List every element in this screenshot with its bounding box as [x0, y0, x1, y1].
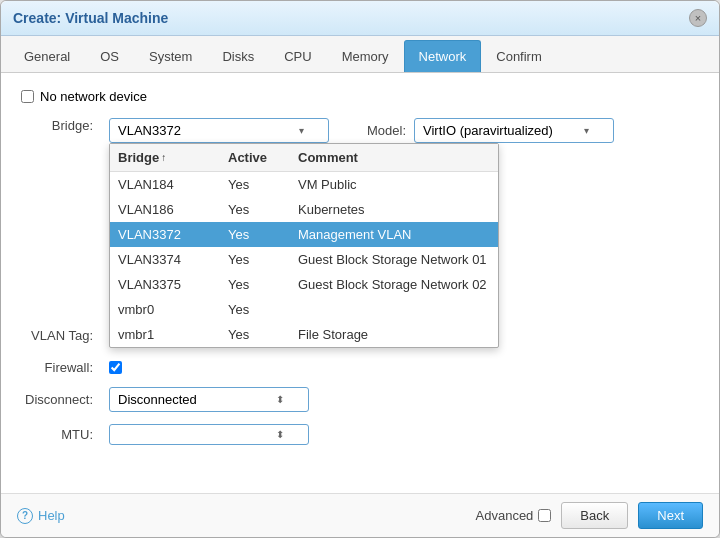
model-selected-value: VirtIO (paravirtualized) [423, 123, 553, 138]
row-comment-4: Guest Block Storage Network 02 [298, 277, 490, 292]
tab-network[interactable]: Network [404, 40, 482, 72]
dropdown-row-0[interactable]: VLAN184 Yes VM Public [110, 172, 498, 197]
no-network-checkbox[interactable] [21, 90, 34, 103]
bridge-row: Bridge: VLAN3372 ▾ Bridge ↑ [21, 118, 699, 143]
dropdown-row-3[interactable]: VLAN3374 Yes Guest Block Storage Network… [110, 247, 498, 272]
row-active-6: Yes [228, 327, 298, 342]
bridge-selected-value: VLAN3372 [118, 123, 181, 138]
advanced-label: Advanced [476, 508, 552, 523]
disconnect-label: Disconnect: [21, 392, 101, 407]
firewall-row: Firewall: [21, 360, 699, 375]
bridge-dropdown-arrow: ▾ [299, 125, 304, 136]
row-comment-3: Guest Block Storage Network 01 [298, 252, 490, 267]
dropdown-row-1[interactable]: VLAN186 Yes Kubernetes [110, 197, 498, 222]
row-active-4: Yes [228, 277, 298, 292]
tab-confirm[interactable]: Confirm [481, 40, 557, 72]
firewall-checkbox[interactable] [109, 361, 122, 374]
row-comment-1: Kubernetes [298, 202, 490, 217]
row-active-3: Yes [228, 252, 298, 267]
dropdown-row-5[interactable]: vmbr0 Yes [110, 297, 498, 322]
model-label: Model: [367, 123, 406, 138]
help-button[interactable]: ? Help [17, 508, 65, 524]
mtu-select[interactable]: ⬍ [109, 424, 309, 445]
row-bridge-3: VLAN3374 [118, 252, 228, 267]
dropdown-row-4[interactable]: VLAN3375 Yes Guest Block Storage Network… [110, 272, 498, 297]
dropdown-row-2[interactable]: VLAN3372 Yes Management VLAN [110, 222, 498, 247]
row-bridge-4: VLAN3375 [118, 277, 228, 292]
dialog-footer: ? Help Advanced Back Next [1, 493, 719, 537]
footer-right: Advanced Back Next [476, 502, 703, 529]
help-label: Help [38, 508, 65, 523]
row-comment-5 [298, 302, 490, 317]
row-active-5: Yes [228, 302, 298, 317]
model-select-wrapper: VirtIO (paravirtualized) ▾ [414, 118, 614, 143]
row-bridge-1: VLAN186 [118, 202, 228, 217]
model-row: Model: VirtIO (paravirtualized) ▾ [357, 118, 614, 143]
row-comment-6: File Storage [298, 327, 490, 342]
disconnect-value: Disconnected [118, 392, 197, 407]
tab-disks[interactable]: Disks [207, 40, 269, 72]
disconnect-row: Disconnect: Disconnected ⬍ [21, 387, 699, 412]
form-content: No network device Bridge: VLAN3372 ▾ Bri… [1, 73, 719, 493]
bridge-label: Bridge: [21, 118, 101, 133]
dialog-header: Create: Virtual Machine × [1, 1, 719, 36]
dropdown-header: Bridge ↑ Active Comment [110, 144, 498, 172]
advanced-checkbox[interactable] [538, 509, 551, 522]
col-bridge-header: Bridge ↑ [118, 150, 228, 165]
row-bridge-6: vmbr1 [118, 327, 228, 342]
tab-memory[interactable]: Memory [327, 40, 404, 72]
disconnect-select[interactable]: Disconnected ⬍ [109, 387, 309, 412]
bridge-select-wrapper: VLAN3372 ▾ Bridge ↑ Active Comment [109, 118, 329, 143]
model-dropdown-arrow: ▾ [584, 125, 589, 136]
tab-system[interactable]: System [134, 40, 207, 72]
col-active-header: Active [228, 150, 298, 165]
tab-bar: General OS System Disks CPU Memory Netwo… [1, 36, 719, 73]
mtu-row: MTU: ⬍ [21, 424, 699, 445]
sort-arrow: ↑ [161, 152, 166, 163]
row-active-2: Yes [228, 227, 298, 242]
row-bridge-2: VLAN3372 [118, 227, 228, 242]
row-bridge-5: vmbr0 [118, 302, 228, 317]
firewall-label: Firewall: [21, 360, 101, 375]
bridge-select[interactable]: VLAN3372 ▾ [109, 118, 329, 143]
back-button[interactable]: Back [561, 502, 628, 529]
bridge-dropdown: Bridge ↑ Active Comment VLAN184 Yes VM P… [109, 143, 499, 348]
tab-general[interactable]: General [9, 40, 85, 72]
dialog-title: Create: Virtual Machine [13, 10, 168, 26]
help-icon: ? [17, 508, 33, 524]
dropdown-row-6[interactable]: vmbr1 Yes File Storage [110, 322, 498, 347]
col-comment-header: Comment [298, 150, 490, 165]
no-network-label: No network device [40, 89, 147, 104]
row-comment-2: Management VLAN [298, 227, 490, 242]
tab-os[interactable]: OS [85, 40, 134, 72]
create-vm-dialog: Create: Virtual Machine × General OS Sys… [0, 0, 720, 538]
row-bridge-0: VLAN184 [118, 177, 228, 192]
vlan-tag-label: VLAN Tag: [21, 328, 101, 343]
row-active-0: Yes [228, 177, 298, 192]
row-comment-0: VM Public [298, 177, 490, 192]
close-button[interactable]: × [689, 9, 707, 27]
mtu-label: MTU: [21, 427, 101, 442]
tab-cpu[interactable]: CPU [269, 40, 326, 72]
next-button[interactable]: Next [638, 502, 703, 529]
no-network-row: No network device [21, 89, 699, 104]
disconnect-select-wrapper: Disconnected ⬍ [109, 387, 309, 412]
row-active-1: Yes [228, 202, 298, 217]
model-select[interactable]: VirtIO (paravirtualized) ▾ [414, 118, 614, 143]
mtu-select-wrapper: ⬍ [109, 424, 309, 445]
